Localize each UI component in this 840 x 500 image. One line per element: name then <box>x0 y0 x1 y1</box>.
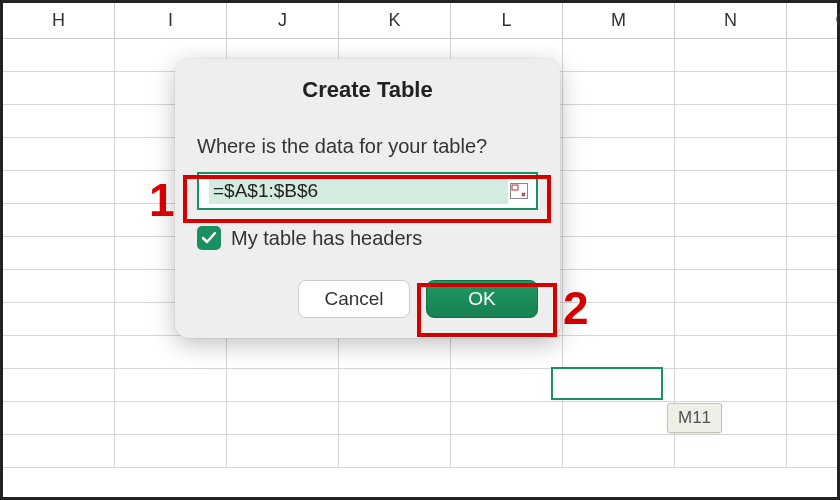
cell[interactable] <box>675 270 787 302</box>
cell[interactable] <box>563 402 675 434</box>
cell[interactable] <box>675 369 787 401</box>
cell[interactable] <box>675 138 787 170</box>
cell[interactable] <box>227 369 339 401</box>
ok-button[interactable]: OK <box>426 280 538 318</box>
dialog-button-row: Cancel OK <box>197 280 538 318</box>
cell[interactable] <box>3 237 115 269</box>
cell[interactable] <box>3 369 115 401</box>
cell[interactable] <box>227 336 339 368</box>
dialog-title: Create Table <box>197 77 538 103</box>
cell[interactable] <box>3 435 115 467</box>
cell[interactable] <box>563 336 675 368</box>
column-header[interactable]: K <box>339 3 451 38</box>
cell[interactable] <box>227 435 339 467</box>
annotation-step-2: 2 <box>563 281 589 335</box>
column-header-row: H I J K L M N O <box>3 3 837 39</box>
dialog-prompt: Where is the data for your table? <box>197 135 538 158</box>
cell[interactable] <box>787 369 840 401</box>
cell[interactable] <box>675 435 787 467</box>
cell[interactable] <box>339 435 451 467</box>
cell[interactable] <box>787 105 840 137</box>
cell[interactable] <box>115 435 227 467</box>
cell[interactable] <box>451 336 563 368</box>
cell[interactable] <box>675 204 787 236</box>
cell[interactable] <box>3 402 115 434</box>
cell[interactable] <box>675 39 787 71</box>
headers-checkbox-label: My table has headers <box>231 227 422 250</box>
cell[interactable] <box>787 72 840 104</box>
cell[interactable] <box>3 270 115 302</box>
cell[interactable] <box>3 105 115 137</box>
selected-cell-outline <box>551 367 663 400</box>
column-header[interactable]: N <box>675 3 787 38</box>
cell[interactable] <box>787 336 840 368</box>
cell[interactable] <box>3 204 115 236</box>
cell[interactable] <box>563 204 675 236</box>
cell[interactable] <box>3 39 115 71</box>
column-header[interactable]: L <box>451 3 563 38</box>
cell[interactable] <box>3 336 115 368</box>
column-header[interactable]: I <box>115 3 227 38</box>
cell[interactable] <box>787 270 840 302</box>
cell[interactable] <box>3 138 115 170</box>
cell[interactable] <box>787 402 840 434</box>
cell-reference-tooltip: M11 <box>667 403 722 433</box>
cell[interactable] <box>675 237 787 269</box>
cell[interactable] <box>451 402 563 434</box>
create-table-dialog: Create Table Where is the data for your … <box>175 59 560 338</box>
cell[interactable] <box>451 435 563 467</box>
cell[interactable] <box>675 336 787 368</box>
cell[interactable] <box>339 369 451 401</box>
cell[interactable] <box>787 39 840 71</box>
cell[interactable] <box>675 105 787 137</box>
cell[interactable] <box>339 336 451 368</box>
range-picker-icon[interactable] <box>508 181 530 201</box>
headers-checkbox[interactable] <box>197 226 221 250</box>
cell[interactable] <box>787 237 840 269</box>
cell[interactable] <box>563 39 675 71</box>
cell[interactable] <box>115 336 227 368</box>
annotation-step-1: 1 <box>149 173 175 227</box>
cell[interactable] <box>563 435 675 467</box>
cell[interactable] <box>563 72 675 104</box>
cell[interactable] <box>787 138 840 170</box>
cell[interactable] <box>227 402 339 434</box>
cell[interactable] <box>451 369 563 401</box>
cell[interactable] <box>675 171 787 203</box>
cell[interactable] <box>787 303 840 335</box>
range-input[interactable] <box>209 178 508 204</box>
table-row <box>3 336 837 369</box>
range-field[interactable] <box>197 172 538 210</box>
cell[interactable] <box>563 171 675 203</box>
cell[interactable] <box>3 303 115 335</box>
cell[interactable] <box>115 402 227 434</box>
cell[interactable] <box>675 72 787 104</box>
svg-rect-1 <box>512 185 518 190</box>
cell[interactable] <box>787 435 840 467</box>
cell[interactable] <box>563 237 675 269</box>
column-header[interactable]: M <box>563 3 675 38</box>
cell[interactable] <box>3 171 115 203</box>
cell[interactable] <box>339 402 451 434</box>
table-row <box>3 435 837 468</box>
cancel-button[interactable]: Cancel <box>298 280 410 318</box>
table-row <box>3 369 837 402</box>
headers-checkbox-row[interactable]: My table has headers <box>197 226 538 250</box>
cell[interactable] <box>3 72 115 104</box>
column-header[interactable]: J <box>227 3 339 38</box>
cell[interactable] <box>563 105 675 137</box>
cell[interactable] <box>115 369 227 401</box>
column-header[interactable]: O <box>787 3 840 38</box>
cell[interactable] <box>563 138 675 170</box>
cell[interactable] <box>787 204 840 236</box>
cell[interactable] <box>787 171 840 203</box>
cell[interactable] <box>675 303 787 335</box>
column-header[interactable]: H <box>3 3 115 38</box>
app-frame: H I J K L M N O M11 Create Table <box>0 0 840 500</box>
